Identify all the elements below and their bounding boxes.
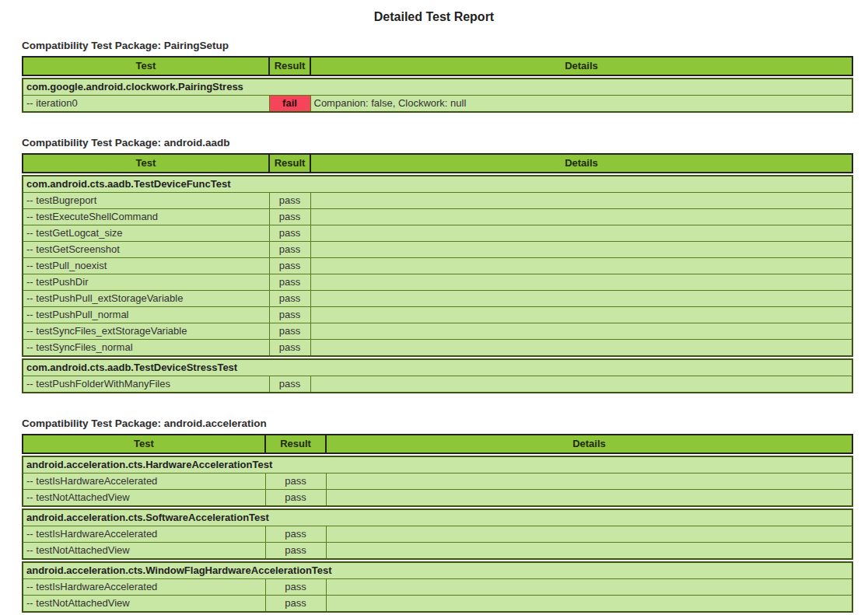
test-result: pass [269,209,310,225]
test-name: -- testBugreport [23,193,269,209]
test-details [310,307,852,323]
test-name: -- testExecuteShellCommand [23,209,269,225]
test-details [326,490,852,507]
column-header-test: Test [23,57,269,75]
test-details [310,323,852,340]
testcase-class-table: com.android.cts.aadb.TestDeviceStressTes… [22,358,853,393]
testcase-class-row: com.google.android.clockwork.PairingStre… [23,79,852,96]
test-details [326,579,852,596]
test-row: -- testPull_noexist pass [23,258,852,274]
testcase-class-table: android.acceleration.cts.HardwareAcceler… [22,456,853,507]
test-result: pass [269,193,310,209]
test-details [310,274,852,291]
testcase-class-table: com.google.android.clockwork.PairingStre… [22,78,853,113]
test-result: pass [265,473,326,490]
test-result: pass [269,225,310,242]
test-row: -- testPushPull_normal pass [23,307,852,323]
testcase-class-row: android.acceleration.cts.HardwareAcceler… [23,456,852,473]
test-row: -- testIsHardwareAccelerated pass [23,526,852,543]
test-name: -- testNotAttachedView [23,596,265,613]
test-row: -- testPushFolderWithManyFiles pass [23,376,852,393]
testcase-class-row: android.acceleration.cts.WindowFlagHardw… [23,562,852,579]
column-header-test: Test [23,435,265,453]
column-header-result: Result [269,154,310,173]
test-name: -- testGetLogcat_size [23,225,269,242]
testcase-class-name: com.android.cts.aadb.TestDeviceFuncTest [23,176,852,193]
results-header-table: Test Result Details [22,56,853,76]
test-name: -- testIsHardwareAccelerated [23,579,265,596]
test-details [310,258,852,274]
test-row: -- testGetLogcat_size pass [23,225,852,242]
column-header-row: Test Result Details [23,154,852,173]
test-result: pass [269,291,310,307]
testcase-class-name: com.android.cts.aadb.TestDeviceStressTes… [23,359,852,376]
test-name: -- testIsHardwareAccelerated [23,526,265,543]
test-row: -- testSyncFiles_normal pass [23,340,852,357]
test-details [326,543,852,560]
testcase-class-row: com.android.cts.aadb.TestDeviceFuncTest [23,176,852,193]
package-block: Compatibility Test Package: android.aadb… [22,137,853,393]
column-header-details: Details [310,57,852,75]
test-details [310,242,852,258]
test-result: pass [265,543,326,560]
test-details [326,526,852,543]
package-list: Compatibility Test Package: PairingSetup… [0,40,868,613]
test-row: -- testNotAttachedView pass [23,596,852,613]
column-header-result: Result [265,435,326,453]
report-page: Detailed Test Report Compatibility Test … [0,0,868,613]
test-row: -- testPushPull_extStorageVariable pass [23,291,852,307]
test-name: -- testPushFolderWithManyFiles [23,376,269,393]
test-result: pass [269,242,310,258]
test-result: pass [269,323,310,340]
results-header-table: Test Result Details [22,434,853,454]
test-name: -- testIsHardwareAccelerated [23,473,265,490]
test-name: -- testSyncFiles_extStorageVariable [23,323,269,340]
testcase-class-name: android.acceleration.cts.SoftwareAcceler… [23,509,852,526]
testcase-class-row: com.android.cts.aadb.TestDeviceStressTes… [23,359,852,376]
package-heading: Compatibility Test Package: PairingSetup [22,40,853,51]
test-details [326,473,852,490]
testcase-class-name: android.acceleration.cts.HardwareAcceler… [23,456,852,473]
test-result: pass [269,307,310,323]
test-details [310,291,852,307]
testcase-class-table: android.acceleration.cts.WindowFlagHardw… [22,561,853,613]
test-result: pass [269,274,310,291]
test-details [310,340,852,357]
test-row: -- testExecuteShellCommand pass [23,209,852,225]
column-header-details: Details [326,435,852,453]
test-details [310,225,852,242]
test-row: -- testNotAttachedView pass [23,543,852,560]
test-name: -- testNotAttachedView [23,490,265,507]
test-details [326,596,852,613]
test-name: -- testPushDir [23,274,269,291]
results-header-table: Test Result Details [22,153,853,173]
test-name: -- testPull_noexist [23,258,269,274]
column-header-result: Result [269,57,310,75]
test-details [310,193,852,209]
test-name: -- iteration0 [23,96,269,113]
test-row: -- testPushDir pass [23,274,852,291]
test-row: -- testGetScreenshot pass [23,242,852,258]
testcase-class-row: android.acceleration.cts.SoftwareAcceler… [23,509,852,526]
test-row: -- iteration0 fail Companion: false, Clo… [23,96,852,113]
test-name: -- testPushPull_extStorageVariable [23,291,269,307]
test-row: -- testIsHardwareAccelerated pass [23,473,852,490]
test-name: -- testGetScreenshot [23,242,269,258]
column-header-details: Details [310,154,852,173]
test-details: Companion: false, Clockwork: null [310,96,852,113]
test-result: fail [269,96,310,113]
test-result: pass [269,258,310,274]
test-details [310,376,852,393]
package-block: Compatibility Test Package: PairingSetup… [22,40,853,113]
test-result: pass [269,340,310,357]
testcase-class-name: com.google.android.clockwork.PairingStre… [23,79,852,96]
test-name: -- testSyncFiles_normal [23,340,269,357]
package-block: Compatibility Test Package: android.acce… [22,418,853,613]
test-details [310,209,852,225]
test-result: pass [265,579,326,596]
test-result: pass [265,596,326,613]
test-row: -- testBugreport pass [23,193,852,209]
column-header-row: Test Result Details [23,57,852,75]
test-name: -- testPushPull_normal [23,307,269,323]
package-heading: Compatibility Test Package: android.acce… [22,418,853,429]
